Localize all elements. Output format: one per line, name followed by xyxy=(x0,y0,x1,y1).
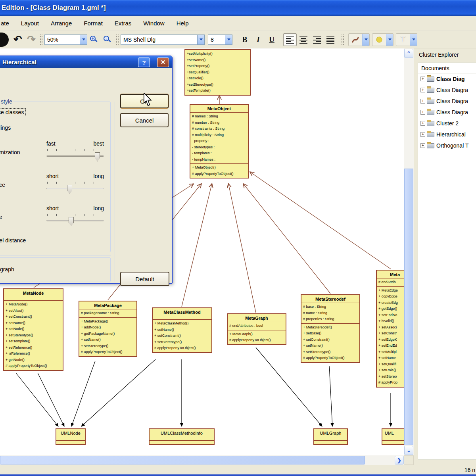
zoom-to-graph-option[interactable]: om to graph xyxy=(0,266,14,273)
text-line: # applyPropertyToObject() xyxy=(229,337,284,344)
expand-icon[interactable]: + xyxy=(420,110,425,115)
text-line: +setProperty() xyxy=(187,63,248,69)
scroll-right-button[interactable]: ❯ xyxy=(395,456,404,464)
align-center-button[interactable] xyxy=(297,33,310,46)
class-title: UMLNode xyxy=(56,429,85,437)
methods-compartment: + MetaGraph()# applyPropertyToObject() xyxy=(228,330,286,344)
panel-title: Cluster Explorer xyxy=(416,48,476,60)
chevron-down-icon[interactable] xyxy=(386,34,393,46)
text-line: + setNode() xyxy=(6,326,61,332)
line-color-button[interactable] xyxy=(348,33,370,46)
text-line: + MetaClassMethod() xyxy=(154,321,210,327)
cancel-button[interactable]: Cancel xyxy=(120,113,169,127)
align-left-button[interactable] xyxy=(283,33,297,46)
chevron-down-icon[interactable] xyxy=(80,35,87,44)
chevron-down-icon[interactable] xyxy=(362,34,369,46)
zoom-in-button[interactable]: + xyxy=(87,33,101,46)
class-node-metaedge-clipped[interactable]: Meta # endAttrib + MetaEdge+ copyEdge+ c… xyxy=(376,270,404,388)
class-node-clipped-top[interactable]: +setMultiplicity()+setName()+setProperty… xyxy=(184,49,251,96)
base-classes-option[interactable]: gn base classes xyxy=(0,108,26,116)
tree-item-class-diagram-1[interactable]: + Class Diag xyxy=(418,73,476,84)
tree-item-class-diagram-2[interactable]: + Class Diagra xyxy=(418,84,476,96)
horizontal-scrollbar[interactable]: ❯ xyxy=(0,455,404,465)
class-node-metanode[interactable]: MetaNode + MetaNode()+ setAlias()+ setCo… xyxy=(3,288,63,371)
vertical-scrollbar[interactable]: ⌃ ⌄ xyxy=(404,48,414,455)
menu-item-partial[interactable]: ate xyxy=(1,20,9,27)
chevron-down-icon[interactable] xyxy=(410,34,417,46)
distance2-slider[interactable]: short long xyxy=(46,213,104,230)
scroll-up-button[interactable]: ⌃ xyxy=(404,49,413,58)
methods-compartment xyxy=(56,441,85,444)
zoom-out-button[interactable]: - xyxy=(101,33,114,46)
text-line: + setStereotype() xyxy=(6,332,61,339)
expand-icon[interactable]: + xyxy=(420,143,425,148)
tree-item-class-diagram-3[interactable]: + Class Diagra xyxy=(418,96,476,107)
class-node-metagraph[interactable]: MetaGraph # endAttributes : bool + MetaG… xyxy=(227,313,286,345)
zoom-level-combo[interactable]: 50% xyxy=(44,35,87,45)
default-button[interactable]: Default xyxy=(120,272,169,286)
class-node-metastereodef[interactable]: MetaStereodef # base : String# name : St… xyxy=(301,294,360,363)
expand-icon[interactable]: + xyxy=(420,121,425,126)
class-node-uml-clipped[interactable]: UML xyxy=(382,428,404,445)
menu-item-extras[interactable]: Extras xyxy=(115,20,132,27)
font-family-combo[interactable]: MS Shell Dlg xyxy=(121,35,205,45)
class-node-metapackage[interactable]: MetaPackage # packageName : String + Met… xyxy=(79,301,137,357)
minimization-slider[interactable]: fast best xyxy=(46,148,104,166)
vertical-scroll-thumb[interactable] xyxy=(404,169,413,445)
menu-item-format[interactable]: Format xyxy=(84,20,103,27)
horizontal-scroll-thumb[interactable] xyxy=(0,456,365,464)
slider-track[interactable] xyxy=(46,220,104,221)
menu-item-help[interactable]: Help xyxy=(177,20,189,27)
fixed-level-option[interactable]: ed level distance xyxy=(0,237,26,244)
minimization-label: g minimization xyxy=(0,149,20,155)
dialog-help-button[interactable]: ? xyxy=(138,58,150,67)
underline-button[interactable]: U xyxy=(265,33,278,46)
dialog-title: Hierarchical xyxy=(2,59,36,65)
class-node-metaobject[interactable]: MetaObject # names : String# number : St… xyxy=(190,104,249,178)
tree-item-cluster-2[interactable]: + Cluster 2 xyxy=(418,118,476,129)
expand-icon[interactable]: + xyxy=(420,132,425,137)
slider-track[interactable] xyxy=(46,188,104,189)
text-color-button[interactable]: T xyxy=(396,33,417,46)
class-title: UML xyxy=(382,429,404,437)
chevron-down-icon[interactable] xyxy=(225,35,232,44)
class-node-umlgraph[interactable]: UMLGraph xyxy=(313,428,348,445)
expand-icon[interactable]: + xyxy=(420,88,425,92)
fill-color-button[interactable] xyxy=(372,33,393,46)
status-node-count: 16 n xyxy=(464,467,475,473)
class-node-metaclassmethod[interactable]: MetaClassMethod + MetaClassMethod()+ set… xyxy=(152,307,212,353)
text-line: + setRole() xyxy=(378,367,404,374)
text-line: # applyPropertyToObject() xyxy=(6,363,61,369)
slider-thumb[interactable] xyxy=(67,185,72,194)
menu-item-layout[interactable]: Layout xyxy=(21,20,39,27)
tree-item-orthogonal[interactable]: + Orthogonal T xyxy=(418,140,476,151)
italic-button[interactable]: I xyxy=(251,33,265,46)
methods-compartment: + MetaClassMethod()+ setName()+ setConst… xyxy=(153,320,211,352)
slider-thumb[interactable] xyxy=(95,152,100,161)
methods-compartment: + MetaNode()+ setAlias()+ setConstraint(… xyxy=(4,301,63,370)
class-node-umlclassmethodinfo[interactable]: UMLClassMethodInfo xyxy=(149,428,215,445)
align-justify-button[interactable] xyxy=(324,33,337,46)
zoom-in-icon: + xyxy=(90,36,98,44)
window-titlebar[interactable]: Edition - [Class Diagram 1.gml *] xyxy=(0,0,476,16)
hierarchical-layout-dialog[interactable]: Hierarchical ? ✕ style gn base classes g… xyxy=(0,56,173,284)
dialog-close-button[interactable]: ✕ xyxy=(157,58,169,67)
tree-item-class-diagram-4[interactable]: + Class Diagra xyxy=(418,107,476,118)
redo-button[interactable]: ↷ xyxy=(25,33,38,46)
siblings-option[interactable]: gn siblings xyxy=(0,125,11,131)
menu-item-arrange[interactable]: Arrange xyxy=(51,20,72,27)
tree-item-hierarchical[interactable]: + Hierarchical xyxy=(418,129,476,140)
slider-thumb[interactable] xyxy=(69,217,74,226)
expand-icon[interactable]: + xyxy=(420,77,425,81)
attributes-compartment: # endAttributes : bool xyxy=(228,322,286,330)
distance1-slider[interactable]: short long xyxy=(46,181,104,198)
undo-button[interactable]: ↶ xyxy=(11,33,25,46)
class-node-umlnode[interactable]: UMLNode xyxy=(56,428,86,445)
font-size-combo[interactable]: 8 xyxy=(208,35,232,45)
expand-icon[interactable]: + xyxy=(420,99,425,104)
chevron-down-icon[interactable] xyxy=(197,35,204,44)
menu-item-window[interactable]: Window xyxy=(143,20,164,27)
bold-button[interactable]: B xyxy=(238,33,251,46)
align-right-button[interactable] xyxy=(310,33,324,46)
scroll-down-button[interactable]: ⌄ xyxy=(404,446,413,455)
